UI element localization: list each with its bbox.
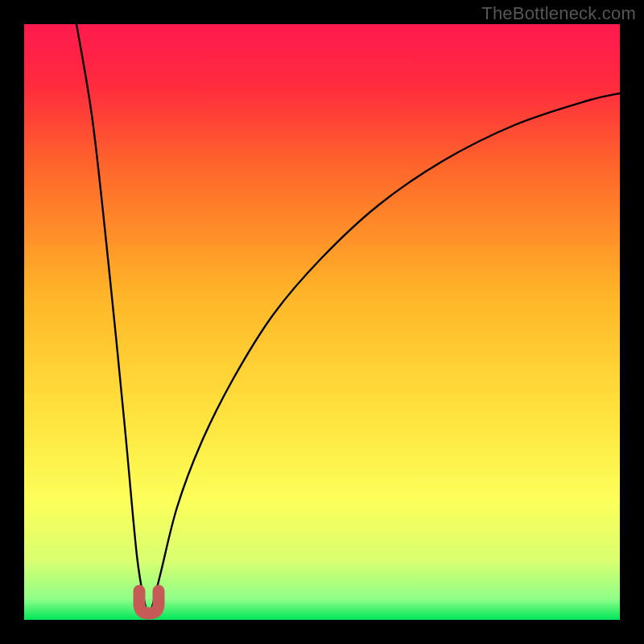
chart-frame: TheBottleneck.com <box>0 0 644 644</box>
plot-area <box>24 24 620 620</box>
plot-svg <box>24 24 620 620</box>
watermark-text: TheBottleneck.com <box>481 3 636 24</box>
